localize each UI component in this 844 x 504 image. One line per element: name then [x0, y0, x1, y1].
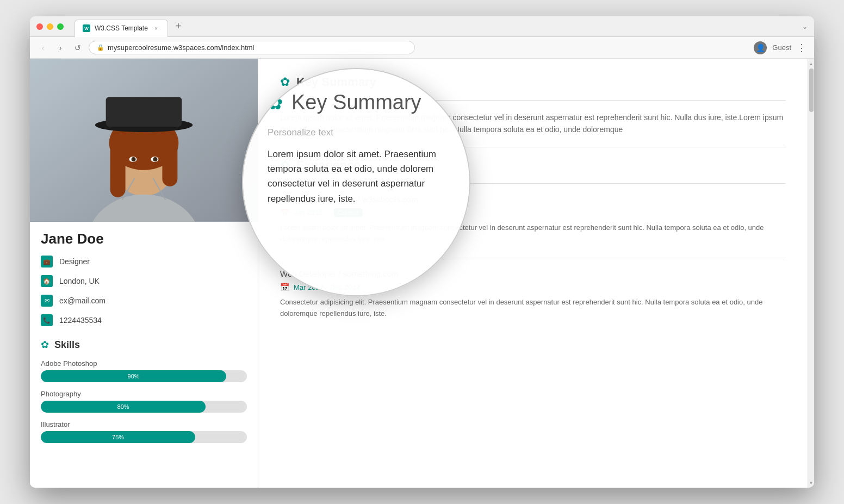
- job-title-item: 💼 Designer: [41, 252, 247, 271]
- minimize-button[interactable]: [47, 23, 53, 30]
- phone-icon: 📞: [41, 314, 53, 326]
- back-button[interactable]: ‹: [36, 41, 49, 54]
- skills-icon: ✿: [41, 339, 49, 351]
- forward-button[interactable]: ›: [54, 41, 67, 54]
- mag-subtitle: Personalize text: [268, 127, 445, 138]
- phone-item: 📞 1224435534: [41, 310, 247, 330]
- mail-icon: ✉: [41, 295, 53, 307]
- title-bar: W W3.CSS Template × + ⌄: [30, 16, 814, 37]
- reload-button[interactable]: ↺: [71, 41, 84, 54]
- browser-scrollbar[interactable]: ▲ ▼: [808, 59, 814, 488]
- location-item: 🏠 London, UK: [41, 271, 247, 291]
- address-bar-right: 👤 Guest ⋮: [754, 41, 808, 54]
- scrollbar-down[interactable]: ▼: [809, 480, 814, 486]
- profile-photo-illustration: [30, 59, 258, 222]
- lock-icon: 🔒: [97, 44, 104, 51]
- title-bar-right: ⌄: [802, 23, 808, 30]
- svg-rect-8: [106, 97, 182, 127]
- skill-name-illustrator: Illustrator: [41, 420, 247, 428]
- job-description-2: Consectetur adipisicing elit. Praesentiu…: [280, 297, 786, 320]
- svg-point-12: [153, 157, 157, 161]
- mag-section-header: ✿ Key Summary: [268, 91, 445, 114]
- email-item: ✉ ex@mail.com: [41, 291, 247, 310]
- skills-header: ✿ Skills: [41, 339, 247, 351]
- new-tab-button[interactable]: +: [172, 21, 185, 32]
- active-tab[interactable]: W W3.CSS Template ×: [75, 20, 168, 37]
- phone-text: 1224435534: [59, 316, 102, 325]
- person-name: Jane Doe: [30, 222, 258, 252]
- address-bar: ‹ › ↺ 🔒 mysupercoolresume.w3spaces.com/i…: [30, 37, 814, 59]
- mac-window: W W3.CSS Template × + ⌄ ‹ › ↺ 🔒 mysuperc…: [30, 16, 814, 488]
- close-button[interactable]: [36, 23, 43, 30]
- skill-item-photography: Photography 80%: [41, 390, 247, 413]
- home-icon: 🏠: [41, 275, 53, 287]
- location-text: London, UK: [59, 277, 100, 285]
- profile-photo: [30, 59, 258, 222]
- expand-icon[interactable]: ⌄: [802, 23, 808, 30]
- scrollbar-thumb[interactable]: [809, 69, 814, 112]
- tab-close-button[interactable]: ×: [152, 24, 160, 32]
- skills-title: Skills: [54, 339, 80, 351]
- mag-body-text: Lorem ipsum dolor sit amet. Praesentium …: [268, 147, 445, 206]
- guest-label: Guest: [772, 43, 791, 52]
- resume-sidebar: Jane Doe 💼 Designer 🏠 London, UK ✉ ex@ma…: [30, 59, 258, 488]
- calendar-icon-2: 📅: [280, 283, 289, 291]
- address-text: mysupercoolresume.w3spaces.com/index.htm…: [108, 43, 255, 52]
- skills-section: ✿ Skills Adobe Photoshop 90% Photography…: [30, 330, 258, 459]
- sidebar-info: 💼 Designer 🏠 London, UK ✉ ex@mail.com 📞 …: [30, 252, 258, 330]
- account-icon: 👤: [756, 43, 765, 52]
- magnifier-overlay: ✿ Key Summary Personalize text Lorem ips…: [242, 68, 470, 296]
- tab-favicon: W: [83, 24, 90, 32]
- svg-point-10: [132, 157, 136, 161]
- forward-icon: ›: [59, 43, 62, 52]
- mag-section-title: Key Summary: [291, 91, 421, 114]
- skill-bar-bg-photography: 80%: [41, 401, 247, 413]
- skill-bar-fill-illustrator: 75%: [41, 431, 195, 443]
- svg-rect-6: [162, 143, 177, 186]
- skill-name-photography: Photography: [41, 390, 247, 398]
- skill-bar-bg-photoshop: 90%: [41, 370, 247, 382]
- skill-item-photoshop: Adobe Photoshop 90%: [41, 359, 247, 382]
- skill-name-photoshop: Adobe Photoshop: [41, 359, 247, 368]
- skill-bar-fill-photography: 80%: [41, 401, 206, 413]
- address-input[interactable]: 🔒 mysupercoolresume.w3spaces.com/index.h…: [89, 41, 415, 54]
- email-text: ex@mail.com: [59, 296, 105, 305]
- svg-rect-5: [110, 143, 126, 197]
- traffic-lights: [36, 23, 64, 30]
- tab-bar: W W3.CSS Template × +: [75, 16, 184, 37]
- browser-menu-button[interactable]: ⋮: [797, 42, 808, 54]
- skill-item-illustrator: Illustrator 75%: [41, 420, 247, 443]
- summary-section-icon: ✿: [280, 75, 290, 89]
- scrollbar-up[interactable]: ▲: [809, 61, 814, 66]
- maximize-button[interactable]: [57, 23, 64, 30]
- reload-icon: ↺: [75, 43, 81, 52]
- back-icon: ‹: [42, 43, 45, 52]
- job-title-text: Designer: [59, 257, 90, 266]
- skill-bar-fill-photoshop: 90%: [41, 370, 226, 382]
- briefcase-icon: 💼: [41, 256, 53, 267]
- tab-title: W3.CSS Template: [95, 24, 148, 32]
- account-avatar[interactable]: 👤: [754, 41, 767, 54]
- skill-bar-bg-illustrator: 75%: [41, 431, 247, 443]
